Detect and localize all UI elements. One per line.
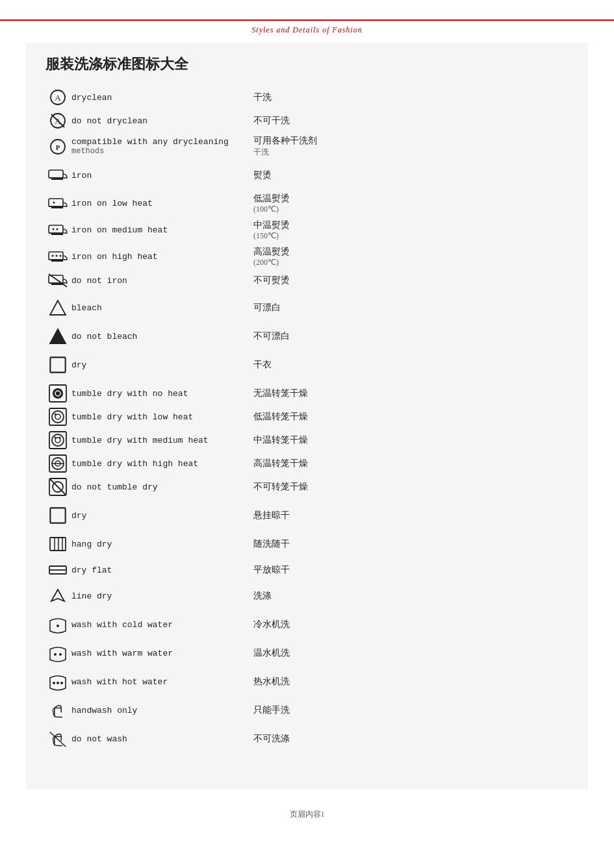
list-item: tumble dry with high heat高温转笼干燥 (45, 452, 569, 475)
item-zh: 不可漂白 (252, 325, 569, 348)
list-item: tumble dry with medium heat中温转笼干燥 (45, 428, 569, 452)
item-zh: 平放晾干 (252, 561, 569, 579)
gap-row (45, 693, 569, 699)
item-label: iron (70, 166, 252, 185)
gap-row (45, 377, 569, 382)
item-label: wash with hot water (70, 670, 252, 693)
item-zh: 中温熨烫(150℃) (252, 217, 569, 243)
iron-medium-icon (45, 217, 70, 243)
gap-row (45, 348, 569, 353)
svg-text:P: P (56, 143, 60, 151)
gap-row (45, 608, 569, 613)
list-item: line dry洗涤 (45, 584, 569, 608)
gap-row (45, 160, 569, 166)
item-label: do not wash (70, 727, 252, 750)
list-item: Adryclean干洗 (45, 86, 569, 109)
svg-rect-46 (50, 508, 65, 523)
dryclean-icon: A (45, 86, 70, 109)
content-area: 服装洗涤标准图标大全 Adryclean干洗Ado not dryclean不可… (26, 43, 588, 789)
dry2-icon (45, 504, 70, 527)
gap-row (45, 319, 569, 325)
svg-point-58 (60, 682, 63, 684)
list-item: iron on low heat低温熨烫(100℃) (45, 190, 569, 217)
top-bar: Styles and Details of Fashion (0, 19, 614, 36)
item-label: hang dry (70, 532, 252, 556)
svg-point-18 (52, 254, 54, 256)
item-zh: 干衣 (252, 353, 569, 377)
item-zh: 不可转笼干燥 (252, 475, 569, 499)
do-not-bleach-icon (45, 325, 70, 348)
list-item: wash with warm water温水机洗 (45, 641, 569, 665)
item-label: dry flat (70, 561, 252, 579)
item-label: tumble dry with low heat (70, 405, 252, 428)
item-zh: 只能手洗 (252, 699, 569, 722)
wash-cold-icon (45, 613, 70, 636)
svg-text:A: A (55, 93, 61, 103)
item-zh: 不可干洗 (252, 109, 569, 132)
do-not-wash-icon (45, 727, 70, 750)
list-item: dry flat平放晾干 (45, 561, 569, 579)
compatible-dryclean-icon: P (45, 132, 70, 160)
svg-point-55 (59, 653, 62, 656)
wash-hot-icon (45, 670, 70, 693)
item-label: do not dryclean (70, 109, 252, 132)
bleach-icon (45, 296, 70, 319)
svg-point-53 (57, 625, 59, 627)
hang-dry-icon (45, 532, 70, 556)
gap-row (45, 665, 569, 670)
iron-icon (45, 166, 70, 185)
list-item: do not iron不可熨烫 (45, 270, 569, 291)
tumble-dry-medium-icon (45, 428, 70, 452)
svg-point-56 (53, 682, 55, 684)
item-label: line dry (70, 584, 252, 608)
gap-row (45, 185, 569, 190)
list-item: dry悬挂晾干 (45, 504, 569, 527)
list-item: wash with cold water冷水机洗 (45, 613, 569, 636)
item-zh: 可用各种干洗剂干洗 (252, 132, 569, 160)
iron-high-icon (45, 243, 70, 270)
gap-row (45, 636, 569, 641)
gap-row (45, 291, 569, 296)
list-item: do not tumble dry不可转笼干燥 (45, 475, 569, 499)
item-label: handwash only (70, 699, 252, 722)
svg-point-19 (56, 254, 58, 256)
item-label: tumble dry with high heat (70, 452, 252, 475)
item-zh: 可漂白 (252, 296, 569, 319)
item-label: dryclean (70, 86, 252, 109)
item-label: iron on high heat (70, 243, 252, 270)
main-title: 服装洗涤标准图标大全 (45, 55, 569, 74)
handwash-icon (45, 699, 70, 722)
svg-point-37 (55, 437, 57, 439)
svg-point-32 (55, 414, 60, 419)
list-item: tumble dry with no heat无温转笼干燥 (45, 382, 569, 405)
list-item: iron on medium heat中温熨烫(150℃) (45, 217, 569, 243)
svg-rect-26 (50, 357, 65, 372)
list-item: do not wash不可洗涤 (45, 727, 569, 750)
svg-point-57 (57, 682, 59, 684)
list-item: tumble dry with low heat低温转笼干燥 (45, 405, 569, 428)
svg-point-54 (54, 653, 57, 656)
list-item: Pcompatible with any drycleaningmethods可… (45, 132, 569, 160)
line-dry-icon (45, 584, 70, 608)
list-item: iron on high heat高温熨烫(200℃) (45, 243, 569, 270)
footer: 页眉内容1 (0, 809, 614, 820)
item-zh: 温水机洗 (252, 641, 569, 665)
svg-point-20 (60, 254, 62, 256)
item-zh: 低温熨烫(100℃) (252, 190, 569, 217)
gap-row (45, 722, 569, 727)
svg-point-38 (59, 437, 61, 439)
do-not-tumble-dry-icon (45, 475, 70, 499)
svg-point-31 (52, 411, 64, 423)
svg-rect-7 (49, 170, 63, 178)
top-text: Styles and Details of Fashion (251, 25, 362, 34)
do-not-dryclean-icon: A (45, 109, 70, 132)
svg-point-35 (52, 434, 64, 446)
item-label: wash with cold water (70, 613, 252, 636)
svg-rect-9 (49, 199, 63, 206)
item-zh: 不可熨烫 (252, 270, 569, 291)
tumble-dry-high-icon (45, 452, 70, 475)
item-label: do not tumble dry (70, 475, 252, 499)
page: Styles and Details of Fashion 服装洗涤标准图标大全… (0, 19, 614, 868)
item-label: tumble dry with no heat (70, 382, 252, 405)
item-label: do not iron (70, 270, 252, 291)
